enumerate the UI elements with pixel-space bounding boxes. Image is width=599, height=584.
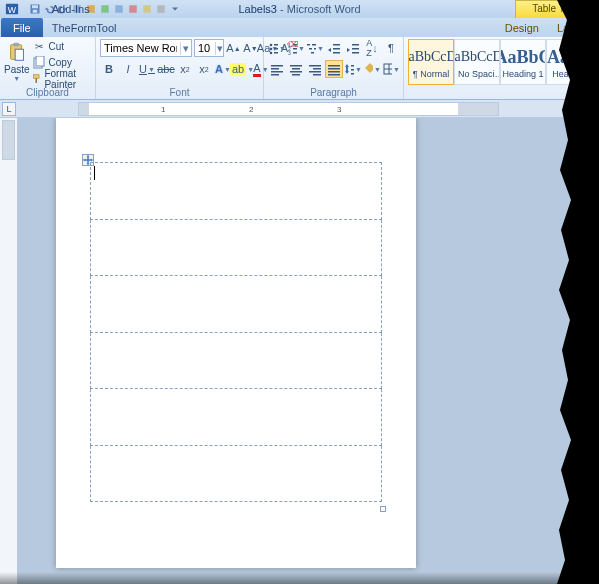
- align-right-button[interactable]: [306, 60, 324, 78]
- svg-rect-30: [293, 52, 297, 54]
- svg-rect-60: [351, 65, 354, 67]
- tab-selector[interactable]: L: [2, 102, 16, 116]
- tab-theformtool[interactable]: TheFormTool: [43, 18, 126, 37]
- table-resize-handle[interactable]: [380, 506, 386, 512]
- show-marks-button[interactable]: ¶: [382, 39, 400, 57]
- numbering-button[interactable]: 123▼: [287, 39, 305, 57]
- styles-group: AaBbCcDd¶ NormalAaBbCcDd¶ No Spaci…AaBbC…: [404, 37, 599, 99]
- svg-point-19: [270, 44, 273, 47]
- decrease-indent-button[interactable]: [325, 39, 343, 57]
- ruler-area: L 1 2 3: [0, 100, 599, 118]
- cut-button[interactable]: ✂Cut: [32, 39, 91, 54]
- sort-button[interactable]: AZ↓: [363, 39, 381, 57]
- svg-rect-26: [293, 44, 297, 46]
- line-spacing-button[interactable]: ▼: [344, 60, 362, 78]
- paste-button[interactable]: Paste ▼: [4, 39, 30, 82]
- style-heading-1[interactable]: AaBbCHeading 1: [500, 39, 546, 85]
- qat-extra-5-icon[interactable]: [126, 2, 140, 16]
- style--normal[interactable]: AaBbCcDd¶ Normal: [408, 39, 454, 85]
- align-left-button[interactable]: [268, 60, 286, 78]
- svg-point-21: [270, 48, 273, 51]
- svg-rect-18: [35, 78, 36, 83]
- svg-rect-46: [271, 74, 279, 76]
- paragraph-group-label: Paragraph: [268, 87, 399, 99]
- qat-extra-7-icon[interactable]: [154, 2, 168, 16]
- borders-button[interactable]: ▼: [382, 60, 400, 78]
- labels-table[interactable]: [90, 162, 382, 502]
- strikethrough-button[interactable]: abc: [157, 60, 175, 78]
- tab-design[interactable]: Design: [496, 18, 548, 37]
- svg-text:W: W: [8, 5, 17, 15]
- font-size-input[interactable]: [195, 42, 215, 54]
- svg-rect-22: [274, 48, 278, 50]
- bullets-button[interactable]: ▼: [268, 39, 286, 57]
- svg-rect-34: [314, 48, 316, 50]
- svg-rect-13: [13, 43, 18, 47]
- qat-dropdown-icon[interactable]: [168, 2, 182, 16]
- table-row[interactable]: [91, 219, 382, 276]
- highlight-button[interactable]: ab▼: [233, 60, 251, 78]
- chevron-down-icon[interactable]: ▾: [180, 42, 191, 55]
- svg-rect-24: [274, 52, 278, 54]
- subscript-button[interactable]: x2: [176, 60, 194, 78]
- svg-rect-55: [328, 65, 340, 67]
- font-name-combo[interactable]: ▾: [100, 39, 192, 57]
- underline-button[interactable]: U▼: [138, 60, 156, 78]
- shading-button[interactable]: ▼: [363, 60, 381, 78]
- file-tab[interactable]: File: [1, 18, 43, 37]
- svg-rect-16: [36, 56, 44, 66]
- svg-rect-42: [352, 52, 359, 54]
- tab-layout[interactable]: Layout: [548, 18, 599, 37]
- table-cell[interactable]: [91, 332, 382, 389]
- horizontal-ruler[interactable]: 1 2 3: [78, 102, 499, 116]
- app-name: Microsoft Word: [287, 3, 361, 15]
- tab-add-ins[interactable]: Add-Ins: [43, 0, 126, 18]
- svg-rect-20: [274, 44, 278, 46]
- table-cell[interactable]: [91, 219, 382, 276]
- svg-rect-50: [292, 74, 300, 76]
- svg-rect-67: [84, 159, 92, 160]
- table-cell[interactable]: [91, 276, 382, 333]
- font-name-input[interactable]: [101, 42, 180, 54]
- table-row[interactable]: [91, 276, 382, 333]
- document-area[interactable]: [18, 118, 599, 584]
- table-row[interactable]: [91, 332, 382, 389]
- justify-button[interactable]: [325, 60, 343, 78]
- svg-rect-51: [309, 65, 321, 67]
- superscript-button[interactable]: x2: [195, 60, 213, 78]
- multilevel-list-button[interactable]: ▼: [306, 39, 324, 57]
- svg-point-23: [270, 52, 273, 55]
- increase-indent-button[interactable]: [344, 39, 362, 57]
- table-cell[interactable]: [91, 389, 382, 446]
- svg-rect-49: [290, 71, 302, 73]
- table-cell[interactable]: [91, 445, 382, 502]
- svg-rect-3: [32, 5, 38, 8]
- vertical-ruler[interactable]: [0, 118, 18, 584]
- style-heading[interactable]: AaBbHeading: [546, 39, 592, 85]
- table-row[interactable]: [91, 389, 382, 446]
- qat-extra-6-icon[interactable]: [140, 2, 154, 16]
- page[interactable]: [56, 118, 416, 568]
- table-cell[interactable]: [91, 163, 382, 220]
- format-painter-button[interactable]: Format Painter: [32, 71, 91, 86]
- italic-button[interactable]: I: [119, 60, 137, 78]
- shrink-font-button[interactable]: A▼: [243, 39, 258, 57]
- chevron-down-icon[interactable]: ▾: [215, 42, 223, 55]
- word-app-icon: W: [4, 1, 20, 17]
- align-center-button[interactable]: [287, 60, 305, 78]
- svg-rect-61: [351, 69, 354, 71]
- save-icon[interactable]: [28, 2, 42, 16]
- svg-rect-32: [312, 44, 316, 46]
- ribbon-tabs: File HomeInsertPage LayoutReferencesMail…: [0, 18, 599, 37]
- svg-rect-37: [333, 44, 340, 46]
- svg-rect-53: [309, 71, 321, 73]
- svg-rect-40: [352, 44, 359, 46]
- table-row[interactable]: [91, 445, 382, 502]
- font-size-combo[interactable]: ▾: [194, 39, 224, 57]
- bold-button[interactable]: B: [100, 60, 118, 78]
- svg-rect-35: [311, 52, 314, 54]
- workspace: [0, 118, 599, 584]
- grow-font-button[interactable]: A▲: [226, 39, 241, 57]
- style--no-spaci-[interactable]: AaBbCcDd¶ No Spaci…: [454, 39, 500, 85]
- table-row[interactable]: [91, 163, 382, 220]
